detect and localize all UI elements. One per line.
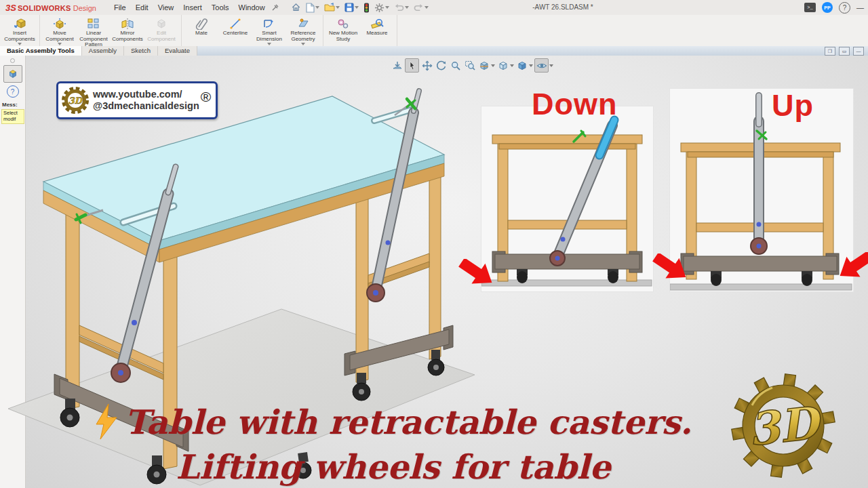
gear-3d-logo-small: 3D xyxy=(60,85,90,115)
tab-assembly[interactable]: Assembly xyxy=(82,46,124,56)
gear-3d-logo-large: 3D xyxy=(729,367,837,486)
mate-button[interactable]: Mate xyxy=(184,16,218,45)
new-motion-study-icon xyxy=(336,18,350,30)
down-position-inset xyxy=(481,106,653,291)
watermark-url-line1: www.youtube.com/ xyxy=(93,89,199,100)
linear-component-pattern-button[interactable]: Linear Component Pattern xyxy=(77,16,111,45)
tab-basic-assembly-tools[interactable]: Basic Assembly Tools xyxy=(0,46,82,56)
tab-sketch[interactable]: Sketch xyxy=(124,46,158,56)
edit-component-icon xyxy=(155,18,168,30)
caption-line-1: Table with retractable casters. xyxy=(75,403,712,442)
hide-show-items-icon[interactable] xyxy=(534,58,549,73)
titlebar-right-controls: >_ PP ? — xyxy=(804,0,864,15)
watermark-url-line2: @3dmechanicaldesign xyxy=(93,100,199,112)
command-manager-tabs: Basic Assembly Tools Assembly Sketch Eva… xyxy=(0,46,868,56)
menu-insert[interactable]: Insert xyxy=(183,3,202,12)
user-avatar[interactable]: PP xyxy=(822,2,833,13)
up-label: Up xyxy=(772,88,814,123)
down-label: Down xyxy=(532,87,617,122)
caption-line-2: Lifting wheels for table xyxy=(75,447,712,487)
view-orientation-icon[interactable] xyxy=(496,59,509,72)
help-button[interactable]: ? xyxy=(839,2,850,14)
solidworks-window: 3S SOLIDWORKS Design File Edit View Inse… xyxy=(0,0,868,488)
options-button[interactable] xyxy=(373,2,391,14)
arrow-up-right-leg xyxy=(837,252,868,282)
new-document-button[interactable] xyxy=(304,2,321,14)
gear-logo-text: 3D xyxy=(746,396,825,456)
button-label: Smart Dimension xyxy=(252,30,286,42)
button-label: New Motion Study xyxy=(326,30,360,42)
menu-window[interactable]: Window xyxy=(239,3,265,12)
move-component-icon xyxy=(53,18,66,30)
down-position-drawing xyxy=(481,106,653,291)
solidworks-logo: 3S SOLIDWORKS Design xyxy=(5,3,96,13)
maximize-window-icon[interactable]: ▭ xyxy=(839,47,850,56)
arrow-up-left-leg xyxy=(652,253,692,283)
youtube-watermark: 3D www.youtube.com/ @3dmechanicaldesign … xyxy=(56,81,218,119)
command-manager-ribbon: Insert Components Move Component Linear … xyxy=(0,15,868,47)
reference-geometry-button[interactable]: Reference Geometry xyxy=(286,16,320,45)
new-motion-study-button[interactable]: New Motion Study xyxy=(326,16,360,45)
display-style-icon[interactable] xyxy=(515,59,528,72)
button-label: Measure xyxy=(366,30,387,37)
button-label: Mate xyxy=(195,30,208,37)
menu-bar: File Edit View Insert Tools Window xyxy=(114,3,265,12)
button-label: Edit Component xyxy=(144,30,178,42)
linear-pattern-icon xyxy=(87,18,100,30)
quick-access-toolbar xyxy=(290,2,430,14)
measure-icon xyxy=(370,18,384,30)
lightning-icon xyxy=(95,404,118,439)
interference-check-button[interactable] xyxy=(362,2,371,14)
button-label: Mirror Components xyxy=(111,30,144,42)
up-position-inset xyxy=(670,89,853,291)
smart-dimension-button[interactable]: Smart Dimension xyxy=(252,16,286,45)
command-search-button[interactable]: >_ xyxy=(804,3,816,12)
mate-icon xyxy=(195,18,208,30)
brand-name: SOLIDWORKS xyxy=(18,4,71,12)
restore-window-icon[interactable]: ❐ xyxy=(825,47,835,56)
home-button[interactable] xyxy=(290,2,302,13)
solidworks-logo-glyph: 3S xyxy=(5,3,16,13)
menu-tools[interactable]: Tools xyxy=(212,3,229,12)
reference-geometry-icon xyxy=(296,18,310,30)
arrow-down-left-leg xyxy=(458,259,498,289)
brand-suffix: Design xyxy=(73,4,96,12)
edit-component-button: Edit Component xyxy=(144,16,178,45)
open-document-button[interactable] xyxy=(323,2,341,13)
measure-button[interactable]: Measure xyxy=(360,16,394,45)
title-bar: 3S SOLIDWORKS Design File Edit View Inse… xyxy=(0,0,868,16)
button-label: Move Component xyxy=(43,30,77,42)
mirror-components-icon xyxy=(121,18,134,30)
save-button[interactable] xyxy=(343,2,360,13)
insert-components-button[interactable]: Insert Components xyxy=(3,16,37,45)
menu-file[interactable]: File xyxy=(114,3,126,12)
undo-button[interactable] xyxy=(393,3,410,13)
minimize-button[interactable]: — xyxy=(856,0,864,15)
close-window-icon[interactable]: — xyxy=(853,47,864,56)
document-window-controls: ❐ ▭ — xyxy=(825,47,864,56)
document-title: -AWT 26.SLDASM * xyxy=(475,0,651,15)
insert-components-icon xyxy=(13,18,26,30)
mirror-components-button[interactable]: Mirror Components xyxy=(111,16,144,45)
button-label: Reference Geometry xyxy=(286,30,320,42)
centerline-icon xyxy=(229,18,242,30)
centerline-button[interactable]: Centerline xyxy=(218,16,252,45)
up-position-drawing xyxy=(670,89,853,291)
menu-edit[interactable]: Edit xyxy=(136,3,149,12)
redo-button[interactable] xyxy=(412,3,430,13)
tab-evaluate[interactable]: Evaluate xyxy=(158,46,197,56)
menu-view[interactable]: View xyxy=(158,3,174,12)
pin-menu-icon[interactable] xyxy=(272,4,279,11)
button-label: Insert Components xyxy=(3,30,37,42)
svg-text:3D: 3D xyxy=(68,96,83,106)
button-label: Centerline xyxy=(223,30,248,37)
button-label: Linear Component Pattern xyxy=(77,30,111,48)
move-component-button[interactable]: Move Component xyxy=(43,16,77,45)
registered-mark: ® xyxy=(201,89,211,105)
smart-dimension-icon xyxy=(262,18,276,30)
